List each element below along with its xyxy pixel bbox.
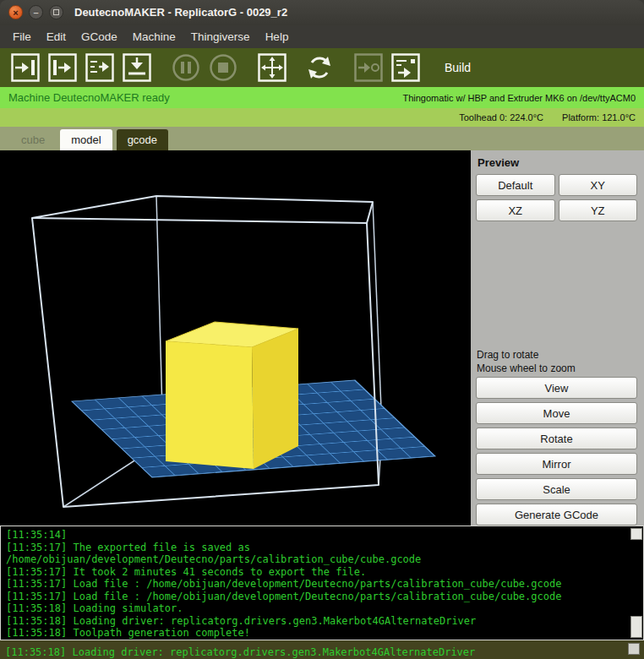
toolhead-temperature: Toolhead 0: 224.0°C (459, 112, 543, 123)
console-scrollbar[interactable] (630, 527, 642, 639)
view-buttons: DefaultXYXZYZ (471, 174, 644, 221)
viewport-hints: Drag to rotate Mouse wheel to zoom (477, 348, 576, 375)
console-line: [11:35:17] It took 2 minutes 41 seconds … (6, 566, 638, 579)
view-button[interactable]: YZ (559, 199, 638, 221)
tool-button[interactable]: Generate GCode (476, 504, 637, 526)
menu-item[interactable]: Machine (125, 27, 183, 46)
tool-button[interactable]: Rotate (476, 428, 637, 449)
view-button[interactable]: Default (476, 174, 555, 196)
tool-button[interactable]: Mirror (476, 453, 637, 475)
console-line: [11:35:18] Loading simulator. (6, 602, 638, 615)
model-cube[interactable] (166, 322, 298, 469)
preview-panel-title: Preview (471, 150, 644, 174)
maximize-button[interactable] (49, 5, 63, 19)
console-line: [11:35:14] (6, 529, 638, 542)
window-resize-grip[interactable] (628, 643, 640, 655)
tab-gcode[interactable]: gcode (117, 129, 168, 150)
console: [11:35:14][11:35:17] The exported file i… (0, 526, 644, 640)
build-icon[interactable] (10, 52, 41, 83)
titlebar: × – DeutecnoMAKER - ReplicatorG - 0029_r… (0, 0, 644, 25)
platform-temperature: Platform: 121.0°C (562, 112, 636, 123)
build-to-file-icon[interactable] (47, 52, 78, 83)
clipped-console-strip: [11:35:18] Loading driver: replicatorg.d… (0, 640, 644, 659)
toolbar: Build (0, 48, 644, 87)
generate-toolpath-icon[interactable] (390, 52, 421, 83)
console-line: /home/obijuan/development/Deutecno/parts… (6, 553, 638, 566)
tab-cube[interactable]: cube (10, 129, 56, 150)
tool-buttons: ViewMoveRotateMirrorScaleGenerate GCode (476, 377, 637, 526)
download-gcode-icon[interactable] (122, 52, 152, 83)
tab-model[interactable]: model (60, 129, 112, 150)
menu-item[interactable]: File (5, 27, 39, 46)
menu-item[interactable]: Help (258, 27, 297, 46)
console-line: [11:35:18] Loading driver: replicatorg.d… (6, 615, 638, 628)
window-title: DeutecnoMAKER - ReplicatorG - 0029_r2 (74, 6, 287, 19)
rotate-view-icon[interactable] (304, 52, 335, 83)
temperature-status-bar: Toolhead 0: 224.0°C Platform: 121.0°C (0, 108, 644, 127)
scrollbar-up-button[interactable] (630, 528, 642, 540)
minimize-button[interactable]: – (29, 5, 43, 19)
stop-icon[interactable] (208, 52, 238, 83)
menu-item[interactable]: GCode (74, 27, 125, 46)
hint-drag: Drag to rotate (477, 348, 576, 362)
menubar: FileEditGCodeMachineThingiverseHelp (0, 25, 644, 48)
tool-button[interactable]: Scale (476, 478, 637, 500)
machine-status-bar: Machine DeutecnoMAKER ready Thingomatic … (0, 87, 644, 108)
pan-view-icon[interactable] (257, 52, 287, 83)
build-label: Build (445, 61, 471, 74)
upload-gcode-icon[interactable] (85, 52, 115, 83)
pause-icon[interactable] (171, 52, 201, 83)
hint-zoom: Mouse wheel to zoom (477, 362, 576, 375)
scrollbar-thumb[interactable] (630, 616, 642, 638)
view-button[interactable]: XY (559, 174, 638, 196)
tool-button[interactable]: Move (476, 402, 637, 424)
preview-panel: Preview DefaultXYXZYZ Drag to rotate Mou… (471, 150, 644, 526)
console-line: [11:35:18] Toolpath generation complete! (6, 627, 638, 640)
3d-preview-viewport[interactable] (0, 150, 471, 526)
maximize-icon (53, 9, 59, 15)
simulate-icon[interactable] (353, 52, 384, 83)
machine-info-text: Thingomatic w/ HBP and Extruder MK6 on /… (402, 93, 636, 103)
menu-item[interactable]: Thingiverse (183, 27, 258, 46)
machine-ready-text: Machine DeutecnoMAKER ready (8, 91, 170, 104)
console-line: [11:35:17] Load file : /home/obijuan/dev… (6, 578, 638, 591)
tool-button[interactable]: View (476, 377, 637, 399)
3d-scene (0, 150, 471, 526)
tabbar: cube model gcode (0, 127, 644, 150)
menu-item[interactable]: Edit (39, 27, 74, 46)
console-line: [11:35:17] Load file : /home/obijuan/dev… (6, 591, 638, 603)
view-button[interactable]: XZ (476, 199, 555, 221)
clipped-console-line: [11:35:18] Loading driver: replicatorg.d… (5, 646, 475, 658)
close-button[interactable]: × (8, 5, 23, 19)
replicatorg-window: × – DeutecnoMAKER - ReplicatorG - 0029_r… (0, 0, 644, 659)
console-log: [11:35:14][11:35:17] The exported file i… (0, 526, 644, 640)
console-line: [11:35:17] The exported file is saved as (6, 542, 638, 554)
